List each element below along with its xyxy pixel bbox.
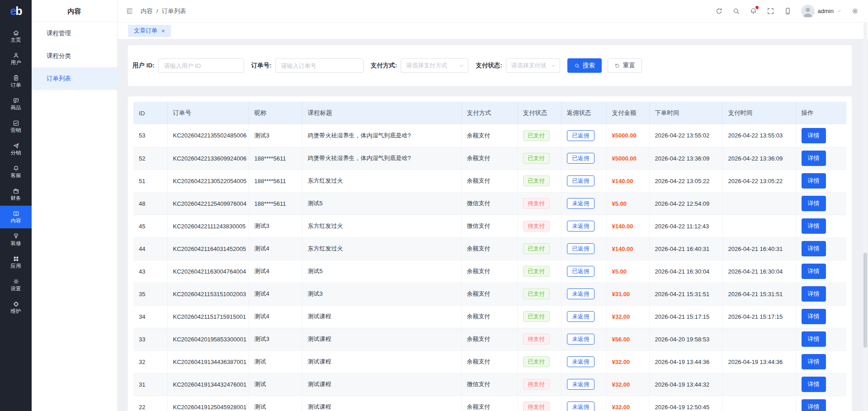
detail-button[interactable]: 详情	[802, 377, 826, 392]
detail-button[interactable]: 详情	[802, 218, 826, 234]
pay-status-select[interactable]: 请选择支付状	[506, 58, 560, 73]
sidebar-item-label: 应用	[11, 264, 21, 269]
sidebar-item-decorate[interactable]: 装修	[0, 228, 32, 251]
amount-value: ¥5.00	[612, 268, 627, 275]
cell-action: 详情	[796, 237, 846, 260]
cell-pay-status: 待支付	[517, 192, 561, 215]
cell-order-no: KC20260419134432476001	[167, 373, 249, 396]
cell-id: 51	[133, 170, 167, 192]
amount-value: ¥31.00	[612, 291, 630, 298]
cell-order-time: 2026-04-21 15:31:51	[649, 283, 722, 305]
user-menu[interactable]: admin	[801, 5, 842, 18]
rebate-status-badge: 未返佣	[567, 402, 595, 411]
sidebar-item-distribution[interactable]: 分销	[0, 138, 32, 161]
reset-button[interactable]: 重置	[608, 58, 642, 73]
rebate-status-badge: 已返佣	[567, 153, 595, 164]
secondary-sidebar-item-2[interactable]: 订单列表	[32, 67, 117, 90]
scrollbar-thumb[interactable]	[863, 253, 867, 348]
mobile-icon[interactable]	[784, 7, 792, 15]
cell-action: 详情	[796, 283, 846, 305]
app-window: eb 主页用户订单商品营销分销客服财务内容装修应用设置维护 内容 课程管理课程分…	[0, 0, 868, 411]
detail-button[interactable]: 详情	[802, 331, 826, 347]
cell-action: 详情	[796, 328, 846, 350]
cell-pay-status: 已支付	[517, 124, 561, 147]
rebate-status-badge: 已返佣	[567, 243, 595, 255]
sidebar-item-settings[interactable]: 设置	[0, 274, 32, 296]
secondary-sidebar-item-0[interactable]: 课程管理	[32, 22, 117, 45]
search-icon[interactable]	[732, 7, 740, 15]
close-icon[interactable]: ×	[161, 28, 165, 34]
cell-title: 东方红发过火	[302, 170, 461, 192]
detail-button[interactable]: 详情	[802, 309, 826, 324]
detail-button[interactable]: 详情	[802, 399, 826, 411]
cell-order-no: KC20260419134436387001	[167, 350, 249, 373]
order-no-input[interactable]	[275, 58, 363, 73]
detail-button[interactable]: 详情	[802, 264, 826, 279]
user-id-input[interactable]	[158, 58, 244, 73]
breadcrumb-item-parent[interactable]: 内容	[141, 7, 153, 15]
detail-button[interactable]: 详情	[802, 241, 826, 256]
amount-value: ¥140.00	[612, 246, 633, 252]
cell-order-time: 2026-04-19 13:44:32	[649, 373, 722, 396]
detail-button[interactable]: 详情	[802, 196, 826, 211]
pay-status-badge: 已支付	[523, 130, 550, 142]
sidebar-item-orders[interactable]: 订单	[0, 70, 32, 93]
breadcrumb-separator: /	[156, 8, 158, 14]
sidebar-item-home[interactable]: 主页	[0, 25, 32, 47]
cell-id: 53	[133, 124, 167, 147]
detail-button[interactable]: 详情	[802, 173, 826, 189]
vertical-scrollbar[interactable]	[863, 22, 867, 411]
sidebar-item-label: 财务	[11, 196, 21, 201]
refresh-icon[interactable]	[715, 7, 723, 15]
cell-pay-time: 2026-04-22 13:36:09	[722, 147, 796, 170]
cell-order-no: KC20260422133609924006	[167, 147, 249, 170]
sidebar-item-label: 营销	[11, 128, 21, 133]
sidebar-item-maintain[interactable]: 维护	[0, 296, 32, 319]
detail-button[interactable]: 详情	[802, 286, 826, 302]
cell-order-time: 2026-04-21 16:40:31	[649, 237, 722, 260]
tabbar: 文章订单 ×	[118, 22, 868, 39]
rebate-status-badge: 未返佣	[567, 379, 595, 390]
gear-icon[interactable]	[851, 7, 859, 15]
cell-pay-time: 2026-04-22 13:05:22	[722, 170, 796, 192]
sidebar-item-users[interactable]: 用户	[0, 47, 32, 70]
sidebar-item-label: 设置	[11, 286, 21, 292]
cell-action: 详情	[796, 147, 846, 170]
cell-order-time: 2026-04-22 12:54:09	[649, 192, 722, 215]
app-logo[interactable]: eb	[0, 0, 32, 22]
detail-button[interactable]: 详情	[802, 128, 826, 143]
cell-pay-method: 微信支付	[461, 192, 517, 215]
cell-title: 鸡煲带火祛湿养生，体内湿气到底是啥?	[302, 147, 461, 170]
cell-amount: ¥32.00	[606, 396, 649, 411]
tab-article-orders[interactable]: 文章订单 ×	[128, 25, 171, 37]
cell-order-no: KC20260422135502485006	[167, 124, 249, 147]
cell-pay-time: 2026-04-19 13:44:36	[722, 350, 796, 373]
cell-rebate-status: 未返佣	[561, 305, 606, 328]
cell-pay-method: 余额支付	[461, 237, 517, 260]
table-row: 33KC20260420195853300001测试3测试课程余额支付待支付未返…	[133, 328, 846, 350]
sidebar-item-finance[interactable]: 财务	[0, 183, 32, 206]
sidebar-item-content[interactable]: 内容	[0, 206, 32, 228]
cell-amount: ¥140.00	[606, 237, 649, 260]
detail-button[interactable]: 详情	[802, 151, 826, 166]
sidebar-item-apps[interactable]: 应用	[0, 251, 32, 274]
cell-rebate-status: 未返佣	[561, 215, 606, 237]
cell-amount: ¥5.00	[606, 260, 649, 283]
amount-value: ¥5000.00	[612, 132, 637, 139]
cell-rebate-status: 未返佣	[561, 328, 606, 350]
detail-button[interactable]: 详情	[802, 354, 826, 369]
cell-nickname: 188****5611	[249, 192, 302, 215]
order-no-label: 订单号:	[251, 61, 272, 70]
filter-bar: 用户 ID: 订单号: 支付方式: 请选择支付方式 支付状态:	[128, 45, 852, 86]
cell-order-time: 2026-04-22 13:36:09	[649, 147, 722, 170]
secondary-sidebar-item-1[interactable]: 课程分类	[32, 45, 117, 67]
column-header-order_no: 订单号	[167, 102, 249, 124]
sidebar-item-goods[interactable]: 商品	[0, 93, 32, 115]
fullscreen-icon[interactable]	[767, 7, 774, 15]
search-button[interactable]: 搜索	[567, 58, 602, 73]
pay-method-select[interactable]: 请选择支付方式	[401, 58, 468, 73]
collapse-sidebar-icon[interactable]	[126, 7, 133, 15]
sidebar-item-marketing[interactable]: 营销	[0, 115, 32, 138]
sidebar-item-service[interactable]: 客服	[0, 161, 32, 183]
bell-icon[interactable]	[750, 7, 757, 15]
